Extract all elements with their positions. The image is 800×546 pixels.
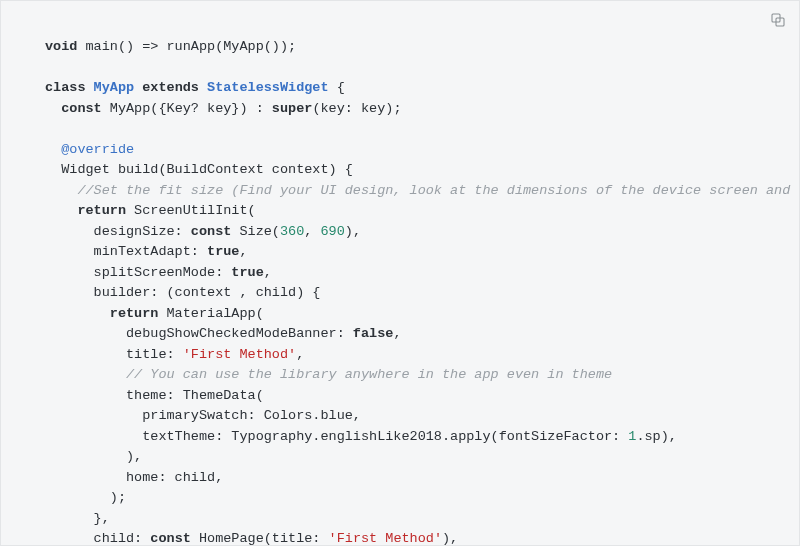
code-token xyxy=(45,183,77,198)
code-token: extends xyxy=(134,80,207,95)
code-token: //Set the fit size (Find your UI design,… xyxy=(77,183,790,198)
code-token: , xyxy=(393,326,401,341)
code-token: return xyxy=(77,203,126,218)
code-token: child: xyxy=(45,531,150,546)
code-token: 690 xyxy=(320,224,344,239)
code-token: textTheme: Typography.englishLike2018.ap… xyxy=(45,429,628,444)
code-line: ), xyxy=(45,449,142,464)
code-token: splitScreenMode: xyxy=(45,265,231,280)
code-token: ), xyxy=(442,531,458,546)
code-token xyxy=(45,203,77,218)
code-line: }, xyxy=(45,511,110,526)
code-token: return xyxy=(110,306,159,321)
code-token xyxy=(45,142,61,157)
code-token: const xyxy=(191,224,232,239)
code-token: // You can use the library anywhere in t… xyxy=(126,367,612,382)
code-token: 'First Method' xyxy=(329,531,442,546)
code-token: 360 xyxy=(280,224,304,239)
code-token: true xyxy=(207,244,239,259)
code-token: minTextAdapt: xyxy=(45,244,207,259)
code-line: primarySwatch: Colors.blue, xyxy=(45,408,361,423)
code-token: true xyxy=(231,265,263,280)
code-line: ); xyxy=(45,490,126,505)
code-token: debugShowCheckedModeBanner: xyxy=(45,326,353,341)
code-token xyxy=(45,367,126,382)
code-token: const xyxy=(150,531,191,546)
code-token: MaterialApp( xyxy=(158,306,263,321)
code-token: , xyxy=(304,224,320,239)
code-token: , xyxy=(296,347,304,362)
code-line: theme: ThemeData( xyxy=(45,388,264,403)
code-token xyxy=(45,101,61,116)
code-token: @override xyxy=(61,142,134,157)
code-token: MyApp({Key? key}) : xyxy=(102,101,272,116)
code-token: designSize: xyxy=(45,224,191,239)
code-token: super xyxy=(272,101,313,116)
code-token: ScreenUtilInit( xyxy=(126,203,256,218)
code-token: .sp), xyxy=(636,429,677,444)
code-token: void xyxy=(45,39,77,54)
code-token: (key: key); xyxy=(312,101,401,116)
code-line: Widget build(BuildContext context) { xyxy=(45,162,353,177)
code-token: , xyxy=(264,265,272,280)
code-token: StatelessWidget xyxy=(207,80,329,95)
code-token: ), xyxy=(345,224,361,239)
copy-icon[interactable] xyxy=(769,11,787,29)
code-token: HomePage(title: xyxy=(191,531,329,546)
code-token: const xyxy=(61,101,102,116)
code-token: , xyxy=(239,244,247,259)
code-line: home: child, xyxy=(45,470,223,485)
code-token: title: xyxy=(45,347,183,362)
code-token xyxy=(45,306,110,321)
code-token: false xyxy=(353,326,394,341)
code-block: void main() => runApp(MyApp()); class My… xyxy=(0,0,800,546)
code-token: MyApp xyxy=(94,80,135,95)
code-token: class xyxy=(45,80,94,95)
code-token: Size( xyxy=(231,224,280,239)
code-token: 'First Method' xyxy=(183,347,296,362)
code-token: { xyxy=(329,80,345,95)
source-code: void main() => runApp(MyApp()); class My… xyxy=(45,37,781,546)
code-token: main() => runApp(MyApp()); xyxy=(77,39,296,54)
code-line: builder: (context , child) { xyxy=(45,285,320,300)
